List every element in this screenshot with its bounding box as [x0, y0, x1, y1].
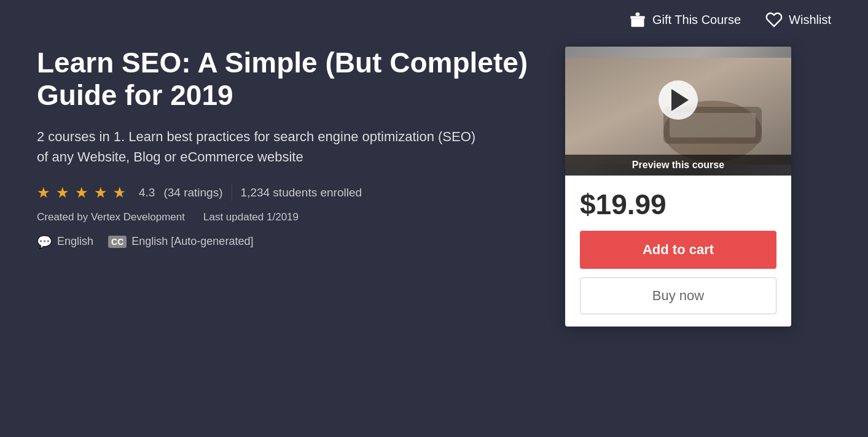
- rating-count: (34 ratings): [163, 186, 222, 199]
- svg-rect-1: [630, 16, 644, 19]
- wishlist-button[interactable]: Wishlist: [765, 11, 831, 28]
- meta-row: Created by Vertex Development Last updat…: [37, 211, 541, 223]
- language-row: 💬 English CC English [Auto-generated]: [37, 234, 541, 249]
- rating-row: ★ ★ ★ ★ ★ ★ 4.3 (34 ratings) 1,234 stude…: [37, 184, 541, 201]
- course-card: Preview this course $19.99 Add to cart B…: [565, 47, 791, 327]
- language-item: 💬 English: [37, 234, 93, 249]
- card-body: $19.99 Add to cart Buy now: [565, 176, 791, 327]
- course-info: Learn SEO: A Simple (But Complete) Guide…: [37, 47, 541, 327]
- preview-label[interactable]: Preview this course: [565, 155, 791, 176]
- price: $19.99: [580, 188, 776, 221]
- main-content: Learn SEO: A Simple (But Complete) Guide…: [0, 34, 868, 327]
- rating-value: 4.3: [139, 186, 155, 199]
- gift-icon: [629, 11, 646, 28]
- gift-label: Gift This Course: [652, 13, 741, 27]
- course-subtitle: 2 courses in 1. Learn best practices for…: [37, 126, 479, 167]
- course-preview[interactable]: Preview this course: [565, 47, 791, 176]
- star-rating: ★ ★ ★ ★ ★ ★: [37, 184, 130, 201]
- play-overlay[interactable]: [565, 47, 791, 153]
- gift-this-course-button[interactable]: Gift This Course: [629, 11, 741, 28]
- top-bar: Gift This Course Wishlist: [0, 0, 868, 34]
- created-by: Created by Vertex Development: [37, 211, 185, 223]
- cc-icon: CC: [108, 236, 127, 248]
- add-to-cart-button[interactable]: Add to cart: [580, 231, 776, 269]
- heart-icon: [765, 11, 783, 28]
- wishlist-label: Wishlist: [789, 13, 831, 27]
- star-1: ★: [37, 184, 54, 201]
- language-label: English: [57, 235, 93, 248]
- buy-now-button[interactable]: Buy now: [580, 277, 776, 314]
- students-enrolled: 1,234 students enrolled: [241, 186, 362, 199]
- svg-rect-0: [631, 19, 644, 27]
- last-updated: Last updated 1/2019: [203, 211, 299, 223]
- star-3: ★: [75, 184, 92, 201]
- captions-label: English [Auto-generated]: [131, 235, 253, 248]
- star-4: ★: [94, 184, 111, 201]
- star-5-half: ★ ★: [113, 184, 130, 201]
- captions-item: CC English [Auto-generated]: [108, 235, 253, 248]
- speech-bubble-icon: 💬: [37, 234, 52, 249]
- star-2: ★: [56, 184, 73, 201]
- divider: [232, 184, 232, 201]
- play-button[interactable]: [659, 80, 698, 120]
- course-title: Learn SEO: A Simple (But Complete) Guide…: [37, 47, 541, 112]
